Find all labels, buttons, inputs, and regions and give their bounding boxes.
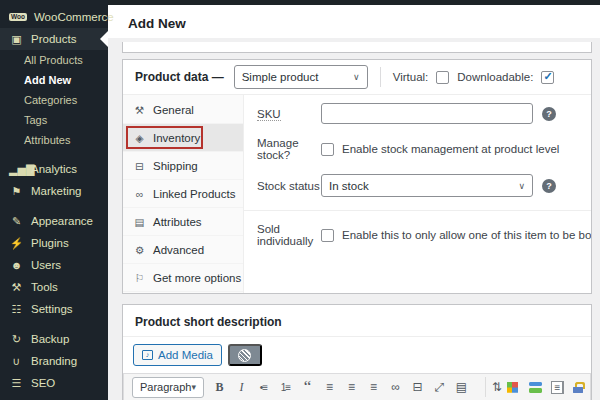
tab-attributes[interactable]: ▤ Attributes	[123, 208, 243, 236]
sold-individually-text: Enable this to only allow one of this it…	[342, 229, 591, 241]
sidebar-item-appearance[interactable]: ✎ Appearance	[0, 210, 108, 232]
sidebar-item-products[interactable]: ▣ Products	[0, 28, 108, 50]
paragraph-format-select[interactable]: Paragraph ▾	[132, 377, 204, 398]
sidebar-item-all-products[interactable]: All Products	[0, 50, 108, 70]
sidebar-item-tags[interactable]: Tags	[0, 110, 108, 130]
sidebar-item-branding[interactable]: ∪ Branding	[0, 350, 108, 372]
toolbar-button-icon: ≡	[370, 380, 377, 394]
tab-general[interactable]: ⚒ General	[123, 96, 243, 124]
toolbar-button-bullet-list[interactable]: •≡	[257, 378, 270, 396]
sidebar-item	[0, 320, 108, 328]
tab-icon: ⚒	[133, 104, 146, 116]
toolbar-button-more-tag[interactable]: ⊟	[411, 378, 424, 396]
toolbar-button-plugin-lines[interactable]: ≡	[551, 381, 564, 394]
sidebar-item-users[interactable]: ☻ Users	[0, 254, 108, 276]
sidebar-item-label: Plugins	[31, 237, 69, 249]
sidebar-item-categories[interactable]: Categories	[0, 90, 108, 110]
tab-icon: ⚙	[133, 244, 146, 256]
product-data-header: Product data — Simple product ∨ Virtual:…	[123, 60, 591, 95]
paragraph-format-value: Paragraph	[140, 381, 191, 393]
tab-get-more-options[interactable]: ⚐ Get more options	[123, 264, 243, 292]
add-media-button[interactable]: Add Media	[133, 344, 222, 366]
product-data-tabs: ⚒ General ◈ Inventory ⊟ Sh	[123, 95, 244, 293]
sidebar-item-icon: ⚡	[9, 237, 24, 250]
sidebar-item-icon: ⚑	[9, 185, 24, 198]
editor: Paragraph ▾ B I	[123, 373, 591, 400]
dropdown-arrow-icon: ▾	[191, 382, 196, 392]
toolbar-button-align-right[interactable]: ≡	[367, 378, 380, 396]
sidebar-item-forms[interactable]: ◍ Forms	[0, 394, 108, 400]
sidebar-item-marketing[interactable]: ⚑ Marketing	[0, 180, 108, 202]
sidebar-item-label: Analytics	[31, 163, 77, 175]
sidebar-item-label: Add New	[24, 74, 71, 86]
stock-status-label: Stock status	[257, 180, 321, 192]
toolbar-button-align-center[interactable]: ≡	[345, 378, 358, 396]
sku-help-icon[interactable]: ?	[542, 107, 556, 121]
admin-sidebar: Woo WooCommerce ▣ Products All Products	[0, 0, 108, 400]
toolbar-button-blockquote[interactable]: “	[301, 378, 314, 396]
downloadable-checkbox[interactable]	[541, 71, 554, 84]
product-type-select[interactable]: Simple product ∨	[234, 65, 368, 89]
sidebar-item-label: SEO	[31, 377, 55, 389]
tab-icon: ⊟	[133, 160, 146, 172]
media-icon	[142, 350, 153, 360]
manage-stock-label: Manage stock?	[257, 137, 321, 161]
sidebar-item-seo[interactable]: ☰ SEO	[0, 372, 108, 394]
stock-status-help-icon[interactable]: ?	[542, 179, 556, 193]
toolbar-button-kitchen-sink[interactable]: ▤	[455, 378, 468, 396]
sku-label: SKU	[257, 108, 321, 120]
tab-inventory[interactable]: ◈ Inventory	[123, 124, 243, 152]
sidebar-item-icon: ✎	[9, 215, 24, 228]
sidebar-item-attributes[interactable]: Attributes	[0, 130, 108, 150]
toolbar-button-italic[interactable]: I	[235, 378, 248, 396]
toolbar-button-link[interactable]: ∞	[389, 378, 402, 396]
sidebar-item-analytics[interactable]: ▂▅▇ Analytics	[0, 158, 108, 180]
virtual-checkbox[interactable]	[436, 71, 449, 84]
sidebar-item-tools[interactable]: ⚒ Tools	[0, 276, 108, 298]
toolbar-button-icon: ∞	[391, 380, 400, 394]
page-body: Product data — Simple product ∨ Virtual:…	[108, 38, 600, 400]
toolbar-button-plugin-stack[interactable]	[529, 382, 542, 393]
toolbar-button-numbered-list[interactable]: 1≡	[279, 378, 292, 396]
downloadable-label: Downloadable:	[457, 71, 533, 83]
sidebar-item-label: Products	[31, 33, 76, 45]
sold-individually-checkbox[interactable]	[321, 229, 334, 242]
toolbar-button-fullscreen[interactable]: ⤢	[433, 378, 446, 396]
short-description-header[interactable]: Product short description	[123, 305, 591, 337]
tab-label: Linked Products	[153, 188, 235, 200]
sidebar-item-label: Marketing	[31, 185, 82, 197]
sidebar-item-woocommerce[interactable]: Woo WooCommerce	[0, 6, 108, 28]
toolbar-button-plugin-squares[interactable]	[507, 382, 520, 393]
inventory-fields: SKU ? Manage stock? Enable stock managem…	[244, 95, 591, 293]
manage-stock-checkbox[interactable]	[321, 143, 334, 156]
divider	[244, 210, 591, 211]
product-data-title: Product data —	[135, 70, 224, 84]
product-title-input[interactable]	[122, 42, 592, 53]
sidebar-menu: Woo WooCommerce ▣ Products All Products	[0, 6, 108, 400]
tab-icon: ⚐	[133, 272, 146, 284]
toolbar-button-icon: ⊟	[412, 380, 422, 394]
toolbar-button-align-left[interactable]: ≡	[323, 378, 336, 396]
manage-stock-text: Enable stock management at product level	[342, 143, 559, 155]
active-menu-arrow	[100, 31, 108, 47]
sold-individually-label: Sold individually	[257, 223, 321, 247]
toolbar-button-icon: ▤	[456, 380, 467, 394]
sidebar-item-label: Branding	[31, 355, 77, 367]
sidebar-item-icon: ▣	[9, 33, 24, 46]
sku-input[interactable]	[321, 103, 533, 124]
toolbar-button-plugin-lock[interactable]	[573, 382, 586, 393]
add-media-label: Add Media	[158, 349, 213, 361]
sidebar-item-backup[interactable]: ↻ Backup	[0, 328, 108, 350]
stock-status-value: In stock	[329, 180, 369, 192]
sidebar-item-settings[interactable]: ☷ Settings	[0, 298, 108, 320]
sidebar-item-label: Tags	[24, 114, 47, 126]
stock-status-select[interactable]: In stock ∨	[321, 174, 533, 197]
tab-linked-products[interactable]: ∞ Linked Products	[123, 180, 243, 208]
sidebar-item-add-new[interactable]: Add New	[0, 70, 108, 90]
sidebar-item-plugins[interactable]: ⚡ Plugins	[0, 232, 108, 254]
toolbar-button-bold[interactable]: B	[213, 378, 226, 396]
tab-advanced[interactable]: ⚙ Advanced	[123, 236, 243, 264]
toolbar-button-toolbar-toggle[interactable]: ⇅	[485, 377, 498, 397]
tab-shipping[interactable]: ⊟ Shipping	[123, 152, 243, 180]
add-form-button[interactable]	[228, 344, 262, 366]
